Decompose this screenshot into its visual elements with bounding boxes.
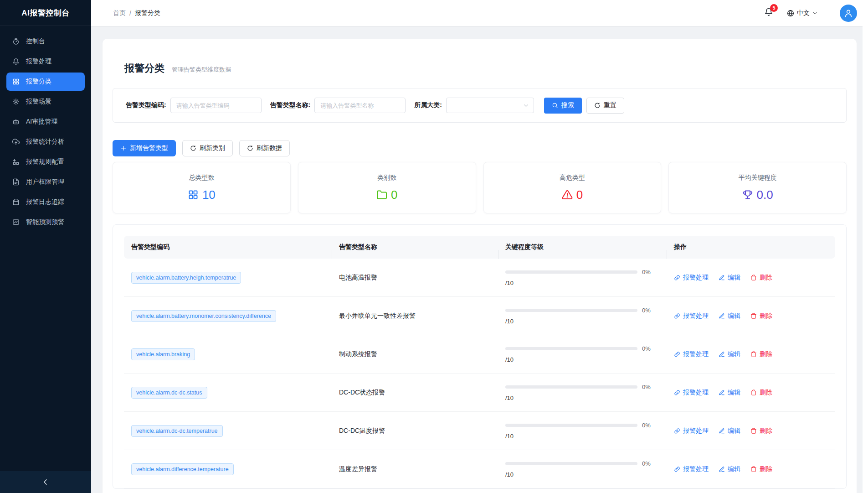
filter-bar: 告警类型编码: 告警类型名称: 所属大类: 搜索 — [113, 88, 847, 123]
sidebar-item[interactable]: 报警场景 — [6, 93, 85, 111]
delete-link[interactable]: 删除 — [750, 465, 772, 473]
category-label: 所属大类: — [414, 101, 442, 109]
code-input[interactable] — [170, 98, 262, 113]
handle-alarm-link[interactable]: 报警处理 — [674, 389, 709, 397]
handle-alarm-link[interactable]: 报警处理 — [674, 465, 709, 473]
cloud-upload-icon — [12, 138, 20, 145]
sidebar-item-label: 报警规则配置 — [26, 158, 64, 166]
alarm-code-chip[interactable]: vehicle.alarm.battery.monomer.consistenc… — [131, 310, 276, 322]
stat-card: 平均关键程度 0.0 — [668, 162, 847, 213]
notifications-button[interactable]: 5 — [764, 7, 773, 19]
name-label: 告警类型名称: — [270, 101, 311, 109]
breadcrumb-separator: / — [129, 10, 131, 17]
sidebar-item[interactable]: 控制台 — [6, 32, 85, 51]
sidebar-item[interactable]: 智能预测预警 — [6, 213, 85, 231]
handle-alarm-link[interactable]: 报警处理 — [674, 350, 709, 358]
alarm-code-chip[interactable]: vehicle.alarm.dc-dc.status — [131, 387, 207, 399]
sidebar-item[interactable]: 报警处理 — [6, 52, 85, 71]
edit-pencil-icon — [719, 428, 725, 434]
handle-alarm-link[interactable]: 报警处理 — [674, 312, 709, 320]
criticality-percent: 0% — [642, 460, 651, 467]
notification-badge: 5 — [770, 4, 778, 12]
criticality-progress-bar — [505, 347, 637, 350]
refresh-data-button[interactable]: 刷新数据 — [239, 140, 290, 156]
edit-link[interactable]: 编辑 — [719, 389, 740, 397]
language-switcher[interactable]: 中文 — [787, 9, 818, 17]
alarm-code-chip[interactable]: vehicle.alarm.difference.temperature — [131, 463, 234, 475]
reset-button[interactable]: 重置 — [586, 98, 624, 114]
alarm-code-chip[interactable]: vehicle.alarm.dc-dc.temperatrue — [131, 425, 223, 437]
trash-icon — [750, 313, 757, 319]
page-head: 报警分类 管理告警类型维度数据 — [113, 39, 847, 75]
criticality-progress-bar — [505, 462, 637, 465]
scrollbar-track[interactable] — [863, 0, 868, 493]
breadcrumb-home[interactable]: 首页 — [113, 9, 126, 17]
search-button[interactable]: 搜索 — [544, 98, 582, 114]
stat-label: 类别数 — [377, 174, 396, 182]
home-icon — [103, 10, 109, 16]
delete-link[interactable]: 删除 — [750, 389, 772, 397]
sidebar-item[interactable]: 报警日志追踪 — [6, 193, 85, 211]
link-icon — [674, 466, 680, 472]
sidebar-item-label: 报警场景 — [26, 98, 51, 106]
criticality-scale: /10 — [505, 471, 667, 478]
sidebar-item-label: 报警分类 — [26, 78, 51, 86]
alarm-name: 电池高温报警 — [339, 274, 377, 281]
main-content: 报警分类 管理告警类型维度数据 告警类型编码: 告警类型名称: 所属大类: — [91, 26, 868, 493]
criticality-scale: /10 — [505, 318, 667, 325]
edit-pencil-icon — [719, 389, 725, 396]
alarm-code-chip[interactable]: vehicle.alarm.battery.heigh.temperatrue — [131, 272, 241, 284]
edit-link[interactable]: 编辑 — [719, 465, 740, 473]
refresh-icon — [247, 145, 253, 151]
handle-alarm-link[interactable]: 报警处理 — [674, 427, 709, 435]
category-select[interactable] — [446, 98, 534, 113]
delete-link[interactable]: 删除 — [750, 427, 772, 435]
delete-link[interactable]: 删除 — [750, 312, 772, 320]
edit-link[interactable]: 编辑 — [719, 350, 740, 358]
link-icon — [674, 389, 680, 396]
sidebar-item[interactable]: 报警统计分析 — [6, 133, 85, 151]
refresh-category-button[interactable]: 刷新类别 — [182, 140, 233, 156]
criticality-scale: /10 — [505, 280, 667, 286]
sidebar-collapse-button[interactable] — [0, 471, 91, 493]
sidebar-item-label: 报警统计分析 — [26, 138, 64, 146]
edit-link[interactable]: 编辑 — [719, 312, 740, 320]
stat-card: 高危类型 0 — [483, 162, 662, 213]
robot-icon — [12, 118, 20, 125]
grid-icon — [12, 78, 20, 85]
delete-link[interactable]: 删除 — [750, 350, 772, 358]
sidebar-item[interactable]: 用户权限管理 — [6, 173, 85, 191]
edit-pencil-icon — [719, 313, 725, 319]
trash-icon — [750, 351, 757, 358]
criticality-scale: /10 — [505, 433, 667, 440]
criticality-progress-bar — [505, 270, 637, 274]
add-alarm-type-button[interactable]: 新增告警类型 — [113, 140, 176, 156]
table-body: vehicle.alarm.battery.heigh.temperatrue … — [124, 259, 835, 488]
stat-value: 0 — [376, 188, 397, 202]
criticality-progress-bar — [505, 424, 637, 427]
edit-link[interactable]: 编辑 — [719, 274, 740, 282]
handle-alarm-link[interactable]: 报警处理 — [674, 274, 709, 282]
table-row: vehicle.alarm.dc-dc.temperatrue DC-DC温度报… — [124, 412, 835, 450]
trash-icon — [750, 466, 757, 472]
calendar-icon — [12, 198, 20, 206]
toolbar: 新增告警类型 刷新类别 刷新数据 — [113, 140, 847, 156]
user-avatar[interactable] — [840, 5, 857, 22]
edit-pencil-icon — [719, 466, 725, 472]
globe-icon — [787, 10, 794, 17]
criticality-percent: 0% — [642, 384, 651, 390]
alarm-name: DC-DC温度报警 — [339, 427, 385, 434]
sidebar-item[interactable]: 报警规则配置 — [6, 153, 85, 171]
sidebar-item-label: 报警日志追踪 — [26, 198, 64, 206]
column-header-name: 告警类型名称 — [332, 243, 498, 251]
sidebar-item[interactable]: AI审批管理 — [6, 113, 85, 131]
delete-link[interactable]: 删除 — [750, 274, 772, 282]
alarm-code-chip[interactable]: vehicle.alarm.braking — [131, 348, 195, 360]
name-input[interactable] — [314, 98, 406, 113]
rules-grid-icon — [12, 158, 20, 166]
link-icon — [674, 313, 680, 319]
criticality-percent: 0% — [642, 307, 651, 314]
criticality-cell: 0% /10 — [505, 384, 667, 401]
sidebar-item[interactable]: 报警分类 — [6, 73, 85, 91]
edit-link[interactable]: 编辑 — [719, 427, 740, 435]
